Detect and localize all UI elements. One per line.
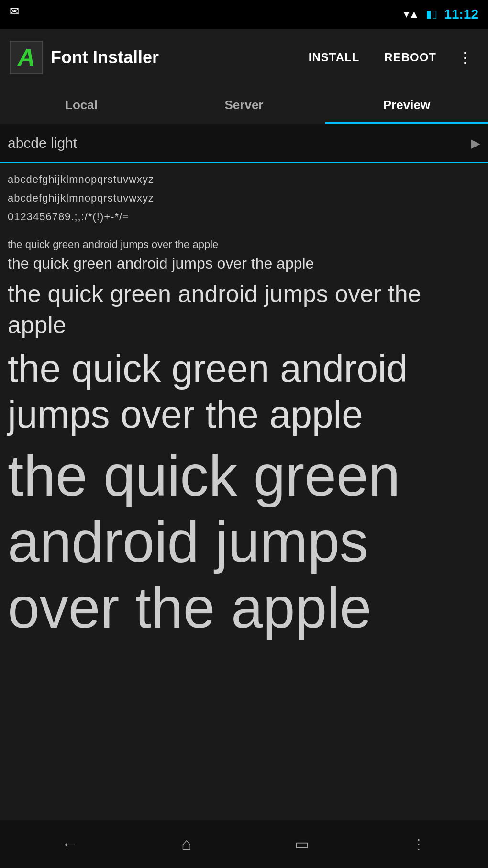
app-logo: A (10, 41, 43, 74)
preview-text-xs: the quick green android jumps over the a… (8, 238, 480, 251)
font-selector-area: ▶ (0, 124, 488, 163)
nav-home-button[interactable]: ⌂ (181, 834, 192, 854)
nav-bar: ← ⌂ ▭ ⋮ (0, 820, 488, 868)
charset-lowercase-1: abcdefghijklmnopqrstuvwxyz (8, 172, 480, 187)
tab-preview[interactable]: Preview (325, 86, 488, 124)
status-bar: ✉ ▾▲ ▮▯ 11:12 (0, 0, 488, 29)
app-logo-letter: A (18, 44, 35, 71)
install-button[interactable]: INSTALL (300, 47, 368, 68)
tab-server[interactable]: Server (163, 86, 325, 124)
reboot-button[interactable]: REBOOT (376, 47, 445, 68)
wifi-icon: ▾▲ (404, 8, 420, 21)
preview-text-xl: the quick green android jumps over the a… (8, 442, 480, 641)
font-search-input[interactable] (8, 135, 471, 151)
preview-text-md: the quick green android jumps over the a… (8, 279, 480, 341)
preview-area: abcdefghijklmnopqrstuvwxyz abcdefghijklm… (0, 163, 488, 641)
charset-numbers: 0123456789.;,:/*(!)+-*/= (8, 210, 480, 225)
tab-bar: Local Server Preview (0, 86, 488, 124)
overflow-menu-button[interactable]: ⋮ (453, 48, 478, 67)
nav-overflow-button[interactable]: ⋮ (412, 836, 427, 852)
app-title: Font Installer (51, 47, 292, 68)
app-header: A Font Installer INSTALL REBOOT ⋮ (0, 29, 488, 86)
dropdown-arrow-icon[interactable]: ▶ (471, 136, 480, 151)
battery-icon: ▮▯ (426, 8, 437, 21)
nav-back-button[interactable]: ← (61, 834, 78, 854)
charset-lowercase-2: abcdefghijklmnopqrstuvwxyz (8, 191, 480, 206)
status-time: 11:12 (444, 7, 478, 22)
tab-local[interactable]: Local (0, 86, 163, 124)
nav-recents-button[interactable]: ▭ (295, 835, 309, 853)
preview-text-sm: the quick green android jumps over the a… (8, 254, 480, 274)
gmail-icon: ✉ (10, 5, 19, 18)
preview-text-lg: the quick green android jumps over the a… (8, 346, 480, 438)
